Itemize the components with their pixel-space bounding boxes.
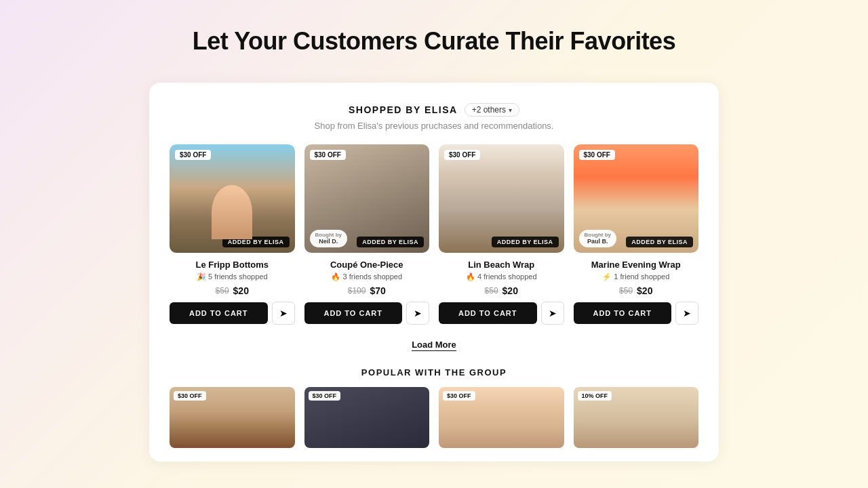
friends-shopped: 🔥 3 friends shopped xyxy=(331,272,402,281)
popular-card-image: 10% OFF xyxy=(574,387,699,448)
product-name: Marine Evening Wrap xyxy=(591,260,681,270)
price-row: $50 $20 xyxy=(485,285,518,296)
price-row: $50 $20 xyxy=(619,285,652,296)
added-by-badge: ADDED BY ELISA xyxy=(357,237,424,247)
price-sale: $20 xyxy=(637,285,652,296)
discount-badge: $30 OFF xyxy=(310,150,346,160)
cart-row: ADD TO CART ➤ xyxy=(170,302,295,325)
added-by-badge: ADDED BY ELISA xyxy=(492,237,559,247)
add-to-cart-button[interactable]: ADD TO CART xyxy=(439,302,537,324)
product-name: Coupé One-Piece xyxy=(330,260,403,270)
popular-section-title: POPULAR WITH THE GROUP xyxy=(170,367,698,378)
add-to-cart-button[interactable]: ADD TO CART xyxy=(304,302,403,324)
add-to-cart-button[interactable]: ADD TO CART xyxy=(574,302,672,324)
product-card: $30 OFF ADDED BY ELISA Lin Beach Wrap 🔥 … xyxy=(439,144,564,325)
added-by-badge: ADDED BY ELISA xyxy=(222,237,290,247)
load-more-container: Load More xyxy=(170,338,698,351)
price-sale: $20 xyxy=(233,285,249,296)
share-button[interactable]: ➤ xyxy=(675,302,698,325)
popular-card-image: $30 OFF xyxy=(170,387,295,448)
popular-card: $30 OFF xyxy=(170,387,295,448)
share-icon: ➤ xyxy=(549,308,557,319)
popular-card: $30 OFF xyxy=(304,387,430,448)
product-image-wrapper: $30 OFF Bought by Neil D. ADDED BY ELISA xyxy=(304,144,430,253)
load-more-button[interactable]: Load More xyxy=(412,340,456,351)
popular-card: 10% OFF xyxy=(574,387,699,448)
price-original: $50 xyxy=(619,286,633,296)
popular-grid: $30 OFF $30 OFF $30 OFF 10% OFF xyxy=(170,387,698,448)
bought-by-badge: Bought by Neil D. xyxy=(310,230,348,247)
discount-badge: $30 OFF xyxy=(579,150,615,160)
share-icon: ➤ xyxy=(414,308,422,319)
share-icon: ➤ xyxy=(683,308,691,319)
popular-card: $30 OFF xyxy=(439,387,564,448)
bought-by-badge: Bought by Paul B. xyxy=(579,230,617,247)
share-button[interactable]: ➤ xyxy=(541,302,564,325)
shopped-section-subtitle: Shop from Elisa's previous pruchases and… xyxy=(170,121,698,131)
shopped-section-header: SHOPPED BY ELISA +2 others ▾ xyxy=(170,103,698,117)
products-grid: $30 OFF ADDED BY ELISA Le Fripp Bottoms … xyxy=(170,144,698,325)
price-sale: $70 xyxy=(370,285,385,296)
product-name: Le Fripp Bottoms xyxy=(195,260,269,270)
price-original: $50 xyxy=(216,286,229,296)
chevron-down-icon: ▾ xyxy=(509,106,512,114)
discount-badge: $30 OFF xyxy=(175,150,211,160)
page-title: Let Your Customers Curate Their Favorite… xyxy=(193,27,675,56)
main-card: SHOPPED BY ELISA +2 others ▾ Shop from E… xyxy=(149,83,719,462)
product-image-wrapper: $30 OFF ADDED BY ELISA xyxy=(170,144,295,253)
popular-discount-badge: 10% OFF xyxy=(578,391,612,401)
popular-discount-badge: $30 OFF xyxy=(443,391,475,401)
cart-row: ADD TO CART ➤ xyxy=(439,302,564,325)
price-original: $50 xyxy=(485,286,498,296)
product-image-wrapper: $30 OFF ADDED BY ELISA xyxy=(439,144,564,253)
product-name: Lin Beach Wrap xyxy=(468,260,534,270)
friends-shopped: 🎉 5 friends shopped xyxy=(197,272,268,281)
product-image-wrapper: $30 OFF Bought by Paul B. ADDED BY ELISA xyxy=(574,144,699,253)
share-button[interactable]: ➤ xyxy=(406,302,429,325)
cart-row: ADD TO CART ➤ xyxy=(304,302,430,325)
shopped-section-title: SHOPPED BY ELISA xyxy=(349,104,458,115)
popular-card-image: $30 OFF xyxy=(439,387,564,448)
popular-discount-badge: $30 OFF xyxy=(309,391,341,401)
share-button[interactable]: ➤ xyxy=(272,302,295,325)
cart-row: ADD TO CART ➤ xyxy=(574,302,699,325)
price-original: $100 xyxy=(348,286,366,296)
friends-shopped: 🔥 4 friends shopped xyxy=(466,272,537,281)
price-sale: $20 xyxy=(502,285,518,296)
add-to-cart-button[interactable]: ADD TO CART xyxy=(170,302,268,324)
discount-badge: $30 OFF xyxy=(444,150,480,160)
product-card: $30 OFF Bought by Paul B. ADDED BY ELISA… xyxy=(574,144,699,325)
product-card: $30 OFF ADDED BY ELISA Le Fripp Bottoms … xyxy=(170,144,295,325)
popular-discount-badge: $30 OFF xyxy=(174,391,206,401)
price-row: $100 $70 xyxy=(348,285,386,296)
popular-section: POPULAR WITH THE GROUP $30 OFF $30 OFF $… xyxy=(170,367,698,448)
share-icon: ➤ xyxy=(279,308,288,319)
product-card: $30 OFF Bought by Neil D. ADDED BY ELISA… xyxy=(304,144,430,325)
popular-card-image: $30 OFF xyxy=(304,387,430,448)
others-badge-button[interactable]: +2 others ▾ xyxy=(465,103,519,117)
friends-shopped: ⚡ 1 friend shopped xyxy=(602,272,669,281)
added-by-badge: ADDED BY ELISA xyxy=(626,237,693,247)
price-row: $50 $20 xyxy=(216,285,249,296)
